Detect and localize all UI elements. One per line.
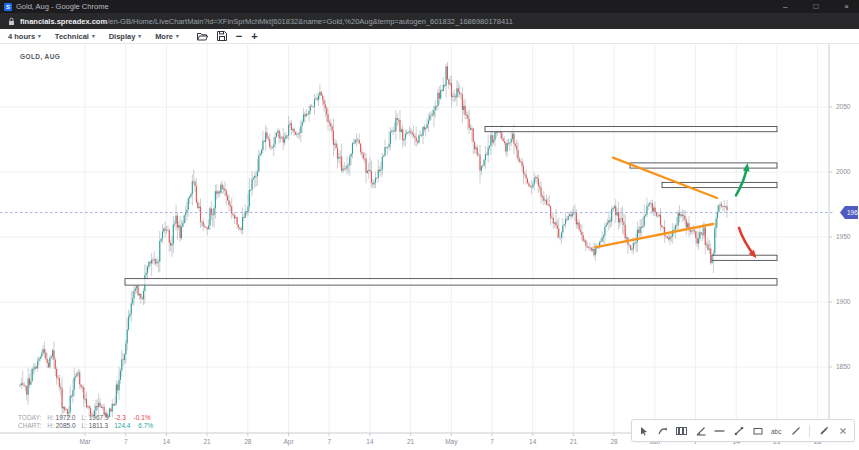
candle-body [383, 156, 384, 157]
candle-body [128, 316, 129, 329]
titlebar: S Gold, Aug - Google Chrome – □ × [0, 0, 859, 13]
candle-body [315, 98, 316, 99]
candle-body [485, 154, 486, 160]
candle-body [308, 111, 309, 114]
horizontal-line-tool[interactable] [714, 425, 725, 436]
candle-body [361, 152, 362, 154]
today-change: -2.3 [115, 414, 126, 421]
candle-body [534, 178, 535, 184]
price-zone[interactable] [485, 127, 777, 132]
minimize-button[interactable]: – [783, 2, 787, 12]
candle-body [355, 140, 356, 143]
text-tool-label: abc [771, 427, 782, 434]
close-button[interactable]: × [844, 2, 849, 12]
candle-body [406, 132, 407, 134]
candle-body [650, 203, 651, 204]
price-zone[interactable] [630, 163, 777, 168]
open-folder-icon[interactable] [197, 32, 208, 41]
price-zone[interactable] [125, 279, 777, 286]
candle-body [135, 289, 136, 291]
window-title: Gold, Aug - Google Chrome [16, 2, 783, 11]
url-bar[interactable]: financials.spreadex.com/en-GB/Home/LiveC… [0, 13, 859, 29]
candle-body [701, 232, 702, 234]
x-axis-label: 7 [327, 438, 331, 445]
x-axis-label: 14 [366, 438, 374, 445]
candle-body [257, 172, 258, 177]
candle-body [138, 286, 139, 296]
candle-body [345, 169, 346, 170]
price-zone[interactable] [712, 255, 777, 260]
display-dropdown[interactable]: Display▾ [109, 32, 141, 41]
candle-body [359, 140, 360, 143]
candle-body [152, 260, 153, 261]
candle-body [329, 122, 330, 123]
pointer-tool[interactable] [638, 425, 649, 436]
candle-body [387, 147, 388, 148]
candle-body [281, 137, 282, 138]
rectangle-tool[interactable] [752, 425, 763, 436]
candle-body [363, 154, 364, 159]
candle-body [97, 406, 98, 407]
segment-tool[interactable] [733, 425, 744, 436]
candle-body [162, 231, 163, 238]
candle-body [344, 169, 345, 170]
candle-body [494, 131, 495, 140]
candle-body [523, 166, 524, 173]
candle-body [425, 128, 426, 129]
zoom-out-button[interactable]: − [236, 31, 242, 41]
candle-body [456, 88, 457, 97]
timeframe-dropdown[interactable]: 4 hours▾ [8, 32, 41, 41]
red-down-arrow[interactable] [739, 228, 754, 255]
freehand-curve-tool[interactable] [657, 425, 668, 436]
candle-body [446, 66, 447, 85]
candle-body [569, 214, 570, 216]
text-tool[interactable]: abc [771, 425, 782, 436]
chart-stats-row: CHART:H: 2085.0L: 1811.3124.4 6.7% [18, 422, 153, 430]
candlestick-chart[interactable]: Mar7142128Apr71421May7142128Jun714212820… [0, 44, 859, 450]
candle-body [165, 229, 166, 230]
more-dropdown[interactable]: More▾ [155, 32, 179, 41]
candle-body [338, 157, 339, 159]
candle-body [72, 390, 73, 397]
candle-body [630, 245, 631, 250]
grid-columns-icon[interactable] [676, 425, 687, 436]
candle-body [170, 243, 171, 246]
delete-drawing-tool[interactable] [837, 425, 848, 436]
zoom-in-button[interactable]: + [251, 31, 257, 41]
technical-dropdown[interactable]: Technical▾ [55, 32, 95, 41]
pencil-tool[interactable] [818, 425, 829, 436]
candle-body [21, 383, 22, 385]
address-text: financials.spreadex.com/en-GB/Home/LiveC… [20, 17, 513, 26]
trend-angle-tool[interactable] [695, 425, 706, 436]
candle-body [431, 115, 432, 116]
candle-body [296, 134, 297, 135]
ray-tool[interactable] [790, 425, 801, 436]
candle-body [370, 170, 371, 171]
candle-body [489, 146, 490, 148]
candle-body [706, 244, 707, 245]
candle-body [560, 237, 561, 238]
candle-body [474, 142, 475, 150]
candle-body [642, 226, 643, 228]
candle-body [707, 244, 708, 249]
candle-body [710, 249, 711, 263]
chart-region[interactable]: Mar7142128Apr71421May7142128Jun714212820… [0, 44, 859, 450]
candle-body [120, 370, 121, 379]
candle-body [260, 154, 261, 156]
candle-body [288, 125, 289, 136]
candle-body [433, 110, 434, 115]
candle-body [470, 128, 471, 130]
green-up-arrow[interactable] [736, 167, 747, 196]
candle-body [341, 157, 342, 171]
candle-body [610, 220, 611, 221]
url-domain: financials.spreadex.com [20, 17, 107, 26]
maximize-button[interactable]: □ [813, 2, 818, 12]
candle-body [332, 126, 333, 130]
candle-body [295, 132, 296, 135]
candle-body [40, 357, 41, 359]
candle-body [176, 216, 177, 224]
candle-body [87, 406, 88, 407]
candle-body [665, 236, 666, 237]
save-icon[interactable] [217, 31, 227, 41]
candle-body [265, 132, 266, 142]
